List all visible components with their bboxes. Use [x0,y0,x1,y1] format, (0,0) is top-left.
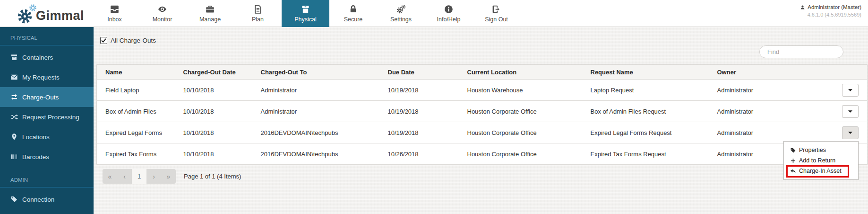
cell-name: Box of Admin Files [97,101,175,122]
cell-name: Field Laptop [97,80,175,101]
sidebar-item-label: Connection [22,196,54,203]
col-header-owner[interactable]: Owner [709,65,834,80]
user-line[interactable]: Administrator (Master) [800,4,861,10]
caret-down-icon [848,89,852,91]
sidebar-item-barcodes[interactable]: Barcodes [0,147,94,167]
caret-down-icon [848,110,852,113]
row-actions-button[interactable] [842,105,859,118]
cell-current-location: Houston Corporate Office [459,122,582,143]
menu-item-properties[interactable]: Properties [784,145,858,155]
cell-current-location: Houston Corporate Office [459,143,582,165]
gimmal-logo[interactable]: Gimmal [17,3,84,24]
main-content: All Charge-Outs Name Charged-Out Date Ch… [94,27,868,214]
cell-current-location: Houston Warehouse [459,80,582,101]
nav-tab-inbox[interactable]: Inbox [91,0,138,27]
cell-request-name: Expired Legal Forms Request [582,122,709,143]
map-pin-icon [10,133,18,141]
col-header-current-location[interactable]: Current Location [459,65,582,80]
envelope-icon [10,73,18,81]
sidebar-item-request-processing[interactable]: Request Processing [0,107,94,127]
nav-label: Secure [344,16,363,23]
filter-row: All Charge-Outs [100,37,156,44]
nav-label: Settings [390,16,412,23]
menu-item-label: Properties [799,147,826,153]
menu-item-add-to-return[interactable]: Add to Return [784,155,858,166]
row-context-menu: Properties Add to Return Charge-In Asset [783,141,859,180]
briefcase-icon [205,4,215,14]
content-divider [96,200,864,200]
cell-charged-out-date: 10/10/2018 [175,80,252,101]
cell-current-location: Houston Corporate Office [459,101,582,122]
pager-next-button[interactable]: › [146,169,161,184]
cell-charged-out-date: 10/10/2018 [175,122,252,143]
nav-tab-plan[interactable]: Plan [234,0,282,27]
eye-icon [157,4,167,14]
find-input[interactable] [759,45,843,58]
tag-icon [10,196,18,203]
archive-icon [10,54,18,61]
pager-first-button[interactable]: « [103,169,117,184]
sidebar-item-label: Locations [22,134,50,141]
app-root: Gimmal Inbox Monitor Manage Plan Physica… [0,0,868,214]
nav-tab-secure[interactable]: Secure [329,0,377,27]
cell-due-date: 10/19/2018 [379,101,459,122]
menu-item-label: Charge-In Asset [799,168,842,174]
sidebar-item-locations[interactable]: Locations [0,127,94,147]
cell-due-date: 10/26/2018 [379,143,459,165]
pager-prev-button[interactable]: ‹ [117,169,132,184]
cell-name: Expired Tax Forms [97,143,175,165]
col-header-charged-out-date[interactable]: Charged-Out Date [175,65,252,80]
row-actions-button[interactable] [842,84,859,97]
nav-tab-monitor[interactable]: Monitor [138,0,186,27]
nav-tab-sign-out[interactable]: Sign Out [473,0,520,27]
sidebar-item-label: Charge-Outs [22,94,59,101]
cell-request-name: Box of Admin Files Request [582,101,709,122]
caret-down-icon [848,132,852,134]
return-arrow-icon [790,168,796,174]
col-header-actions [834,65,868,80]
pagination: « ‹ 1 › » Page 1 of 1 (4 Items) [103,169,241,184]
col-header-due-date[interactable]: Due Date [379,65,459,80]
nav-label: Sign Out [485,16,508,23]
menu-item-charge-in-asset[interactable]: Charge-In Asset [784,166,858,176]
lock-icon [348,4,358,14]
pager-page-1[interactable]: 1 [132,169,146,184]
nav-tab-info-help[interactable]: Info/Help [425,0,473,27]
cell-due-date: 10/19/2018 [379,122,459,143]
check-icon [101,38,106,43]
sidebar-item-label: Containers [22,54,53,61]
cell-owner: Administrator [709,80,834,101]
sidebar-section-admin: ADMIN [0,167,94,187]
chargeouts-table: Name Charged-Out Date Charged-Out To Due… [96,64,868,165]
cell-charged-out-date: 10/10/2018 [175,143,252,165]
barcode-icon [10,153,18,160]
row-actions-button-open[interactable] [842,126,859,139]
sign-out-icon [491,4,501,14]
table-row[interactable]: Box of Admin Files 10/10/2018 Administra… [97,101,868,122]
sidebar-item-my-requests[interactable]: My Requests [0,67,94,87]
nav-tab-settings[interactable]: Settings [377,0,425,27]
nav-label: Inbox [107,16,122,23]
col-header-name[interactable]: Name [97,65,175,80]
table-header-row: Name Charged-Out Date Charged-Out To Due… [97,65,868,80]
all-chargeouts-checkbox[interactable] [100,37,107,44]
table-row[interactable]: Field Laptop 10/10/2018 Administrator 10… [97,80,868,101]
sidebar-list-admin: Connection [0,187,94,209]
info-icon [444,4,454,14]
swap-arrows-icon [10,93,18,101]
cell-charged-out-date: 10/10/2018 [175,101,252,122]
sidebar-item-connection[interactable]: Connection [0,189,94,209]
table-row[interactable]: Expired Legal Forms 10/10/2018 2016DEVDO… [97,122,868,143]
col-header-charged-out-to[interactable]: Charged-Out To [252,65,379,80]
cell-charged-out-to: 2016DEVDOMAIN\techpubs [252,122,379,143]
nav-tab-manage[interactable]: Manage [186,0,234,27]
nav-label: Manage [199,16,221,23]
col-header-request-name[interactable]: Request Name [582,65,709,80]
sidebar-item-containers[interactable]: Containers [0,47,94,67]
nav-label: Info/Help [437,16,460,23]
nav-tab-physical[interactable]: Physical [282,0,329,27]
inbox-icon [110,4,120,14]
table-row[interactable]: Expired Tax Forms 10/10/2018 2016DEVDOMA… [97,143,868,165]
pager-last-button[interactable]: » [161,169,176,184]
sidebar-item-charge-outs[interactable]: Charge-Outs [0,87,94,107]
